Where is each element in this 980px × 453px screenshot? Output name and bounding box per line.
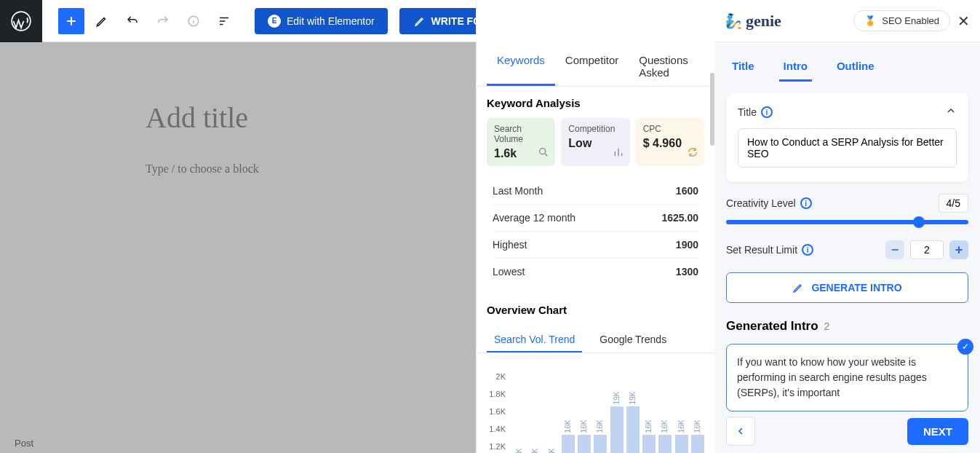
cpc-card: CPC $ 4.960 <box>636 118 704 166</box>
chart-bar <box>562 435 575 453</box>
search-icon <box>538 146 549 160</box>
keyword-panel: Keywords Competitor Questions Asked Keyw… <box>476 0 714 453</box>
keyword-tabs: Keywords Competitor Questions Asked <box>477 47 714 86</box>
stat-row: Average 12 month1625.00 <box>493 204 698 231</box>
generate-intro-button[interactable]: GENERATE INTRO <box>726 272 968 303</box>
stat-row: Last Month1600 <box>493 178 698 204</box>
comp-label: Competition <box>568 124 622 134</box>
stat-row: Highest1900 <box>493 231 698 258</box>
chart-bar <box>642 435 656 453</box>
stats-list: Last Month1600 Average 12 month1625.00 H… <box>477 166 714 294</box>
generated-intro-heading: Generated Intro2 <box>714 303 980 339</box>
elementor-label: Edit with Elementor <box>287 15 375 27</box>
chart-tab-google-trends[interactable]: Google Trends <box>592 328 674 352</box>
editor-overlay <box>0 42 476 453</box>
add-block-button[interactable] <box>58 8 84 34</box>
back-button[interactable] <box>726 417 755 446</box>
title-card: Titlei <box>726 93 968 182</box>
svg-point-2 <box>540 149 546 154</box>
info-icon[interactable]: i <box>761 106 773 118</box>
chart-bar <box>578 435 591 453</box>
undo-button[interactable] <box>119 8 146 34</box>
tab-questions[interactable]: Questions Asked <box>629 47 704 86</box>
medal-icon: 🏅 <box>864 15 876 26</box>
chart-bar <box>675 435 688 453</box>
search-volume-card: Search Volume 1.6k <box>487 118 555 166</box>
info-icon[interactable]: i <box>802 244 813 256</box>
overview-chart-heading: Overview Chart <box>477 294 714 325</box>
chart-bar <box>594 435 607 453</box>
limit-increment[interactable]: + <box>949 240 968 259</box>
genie-panel: 🧞 genie 🏅 SEO Enabled ✕ Title Intro Outl… <box>714 0 980 453</box>
keyword-analysis-heading: Keyword Analysis <box>477 87 714 118</box>
bars-icon <box>613 146 624 160</box>
refresh-icon <box>687 146 698 160</box>
limit-input[interactable] <box>910 240 944 259</box>
check-icon: ✓ <box>957 339 973 355</box>
cpc-label: CPC <box>643 124 697 134</box>
slider-thumb[interactable] <box>913 216 925 228</box>
title-input[interactable] <box>738 128 957 168</box>
generated-result[interactable]: ✓ If you want to know how your website i… <box>726 344 968 411</box>
chevron-up-icon[interactable] <box>945 105 957 119</box>
creativity-slider[interactable] <box>726 220 968 224</box>
wordpress-logo[interactable] <box>0 0 42 42</box>
close-icon[interactable]: ✕ <box>957 12 970 30</box>
competition-card: Competition Low <box>561 118 629 166</box>
chart-bar <box>691 435 704 453</box>
rtab-outline[interactable]: Outline <box>832 52 879 82</box>
elementor-button[interactable]: E Edit with Elementor <box>255 8 388 34</box>
outline-icon[interactable] <box>211 8 237 34</box>
tab-competitor[interactable]: Competitor <box>555 47 629 86</box>
rtab-intro[interactable]: Intro <box>779 52 812 82</box>
search-volume-chart: 2K1.8K1.6K1.4K1.2K1K 13K13K13K16K16K16K1… <box>477 361 714 453</box>
chart-bar <box>626 406 640 453</box>
genie-logo: 🧞 genie <box>725 12 781 31</box>
chart-bar <box>610 406 624 453</box>
seo-enabled-pill[interactable]: 🏅 SEO Enabled <box>853 10 950 31</box>
rtab-title[interactable]: Title <box>728 52 759 82</box>
next-button[interactable]: NEXT <box>907 418 968 445</box>
stat-row: Lowest1300 <box>493 258 698 285</box>
info-icon[interactable] <box>180 8 207 34</box>
chart-bar <box>658 435 672 453</box>
limit-decrement[interactable]: − <box>885 240 904 259</box>
redo-button[interactable] <box>150 8 176 34</box>
chart-tab-search-vol[interactable]: Search Vol. Trend <box>487 328 582 352</box>
tab-keywords[interactable]: Keywords <box>487 47 555 86</box>
info-icon[interactable]: i <box>800 197 812 209</box>
sv-label: Search Volume <box>494 124 548 144</box>
elementor-icon: E <box>268 15 281 28</box>
edit-icon[interactable] <box>89 8 115 34</box>
creativity-value: 4/5 <box>939 194 968 213</box>
